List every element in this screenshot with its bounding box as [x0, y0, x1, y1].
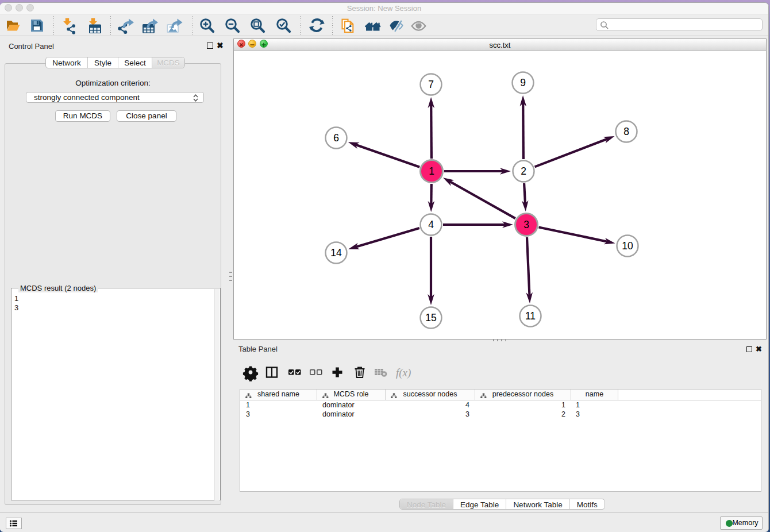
svg-text:f(x): f(x) — [396, 367, 411, 379]
svg-text:10: 10 — [622, 240, 633, 252]
svg-text:9: 9 — [520, 77, 526, 88]
svg-text:4: 4 — [428, 219, 434, 230]
svg-text:11: 11 — [525, 310, 536, 322]
svg-text:8: 8 — [623, 126, 629, 137]
svg-text:15: 15 — [425, 312, 436, 323]
svg-text:7: 7 — [428, 79, 434, 90]
svg-text:3: 3 — [523, 219, 529, 230]
svg-text:2: 2 — [521, 165, 526, 177]
svg-text:1: 1 — [429, 165, 434, 177]
svg-text:14: 14 — [330, 247, 342, 259]
svg-text:6: 6 — [333, 132, 339, 144]
